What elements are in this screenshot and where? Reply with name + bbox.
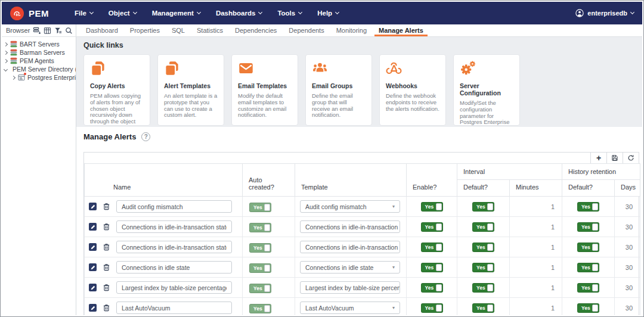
- tree-item-postgres-server[interactable]: Postgres Enterprise Man: [2, 73, 76, 82]
- alert-name-input[interactable]: [116, 261, 232, 274]
- delete-row-button[interactable]: [103, 304, 110, 312]
- tree-caret-icon[interactable]: [4, 42, 8, 46]
- pencil-icon: [91, 245, 95, 250]
- delete-row-button[interactable]: [103, 203, 110, 210]
- alert-name-input[interactable]: [116, 281, 232, 294]
- edit-row-checkbox[interactable]: [89, 243, 97, 251]
- card-email-groups[interactable]: Email Groups Define the email group that…: [305, 54, 372, 126]
- edit-row-checkbox[interactable]: [89, 263, 97, 271]
- grid-toolbar: +: [84, 153, 639, 163]
- edit-row-checkbox[interactable]: [89, 304, 97, 312]
- template-select[interactable]: Connections in idle-in-transaction state…: [300, 220, 400, 233]
- tab[interactable]: Properties: [124, 24, 166, 36]
- enable-toggle[interactable]: Yes: [421, 202, 443, 212]
- tab[interactable]: Manage Alerts: [373, 24, 429, 36]
- tree-caret-icon[interactable]: [11, 75, 16, 79]
- interval-default-toggle[interactable]: Yes: [472, 283, 494, 293]
- edit-row-checkbox[interactable]: [89, 223, 97, 231]
- help-icon[interactable]: ?: [141, 132, 150, 141]
- col-header-days: Days: [615, 180, 640, 197]
- alert-name-input[interactable]: [116, 241, 232, 253]
- tab[interactable]: Dependencies: [229, 24, 283, 36]
- template-select[interactable]: Audit config mismatch▾: [300, 200, 400, 213]
- alert-name-input[interactable]: [116, 220, 232, 233]
- card-alert-templates[interactable]: Alert Templates An alert template is a p…: [157, 54, 224, 126]
- tab[interactable]: Monitoring: [330, 24, 373, 36]
- servers-icon[interactable]: [33, 27, 41, 35]
- menu-item[interactable]: Object: [101, 2, 144, 24]
- interval-default-toggle[interactable]: Yes: [472, 263, 494, 272]
- delete-row-button[interactable]: [103, 223, 110, 231]
- interval-default-toggle[interactable]: Yes: [472, 202, 494, 212]
- section-title: Manage Alerts: [83, 132, 136, 141]
- save-button[interactable]: [606, 153, 623, 163]
- auto-created-toggle[interactable]: Yes: [249, 223, 271, 232]
- delete-row-button[interactable]: [103, 263, 110, 271]
- tree-item[interactable]: Barman Servers: [2, 48, 76, 57]
- alert-row: Yes Largest index by table-size percenta…: [85, 278, 640, 298]
- enable-toggle[interactable]: Yes: [421, 222, 443, 232]
- chevron-down-icon: [258, 10, 262, 14]
- template-select[interactable]: Largest index by table-size percentage▾: [300, 281, 400, 294]
- tab[interactable]: Dependents: [283, 24, 330, 36]
- history-default-toggle[interactable]: Yes: [577, 283, 599, 293]
- enable-toggle[interactable]: Yes: [421, 303, 443, 313]
- history-default-toggle[interactable]: Yes: [577, 222, 599, 232]
- interval-default-toggle[interactable]: Yes: [472, 222, 494, 232]
- search-icon[interactable]: [65, 27, 73, 35]
- interval-default-toggle[interactable]: Yes: [472, 243, 494, 252]
- card-email-templates[interactable]: Email Templates Modify the default email…: [231, 54, 298, 126]
- card-webhooks[interactable]: Webhooks Define the webhook endpoints to…: [379, 54, 446, 126]
- history-default-toggle[interactable]: Yes: [577, 202, 599, 212]
- tree-caret-icon[interactable]: [4, 58, 8, 63]
- user-menu[interactable]: enterprisedb: [575, 9, 634, 17]
- add-row-button[interactable]: +: [590, 153, 606, 163]
- edit-row-checkbox[interactable]: [89, 203, 97, 210]
- menu-item[interactable]: Dashboards: [208, 2, 270, 24]
- menu-item[interactable]: File: [67, 2, 101, 24]
- menu-item[interactable]: Tools: [270, 2, 309, 24]
- tree-caret-icon[interactable]: [4, 50, 8, 54]
- refresh-button[interactable]: [623, 153, 639, 163]
- edit-row-checkbox[interactable]: [89, 284, 97, 291]
- template-select[interactable]: Last AutoVacuum▾: [300, 302, 400, 314]
- history-default-toggle[interactable]: Yes: [577, 263, 599, 272]
- alert-name-input[interactable]: [116, 302, 232, 314]
- minutes-value: 1: [510, 217, 562, 237]
- template-select[interactable]: Connections in idle-in-transaction state…: [300, 241, 400, 253]
- tab[interactable]: SQL: [166, 24, 191, 36]
- menu-item[interactable]: Help: [309, 2, 346, 24]
- alert-name-input[interactable]: [116, 200, 232, 213]
- manage-alerts-section: Manage Alerts ? +: [76, 127, 642, 315]
- enable-toggle[interactable]: Yes: [421, 263, 443, 272]
- delete-row-button[interactable]: [103, 243, 110, 251]
- card-server-configuration[interactable]: Server Configuration Modify/Set the conf…: [453, 54, 520, 126]
- auto-created-toggle[interactable]: Yes: [249, 263, 271, 273]
- interval-default-toggle[interactable]: Yes: [472, 303, 494, 313]
- auto-created-toggle[interactable]: Yes: [249, 243, 271, 253]
- grid-view-icon[interactable]: [44, 27, 51, 35]
- auto-created-toggle[interactable]: Yes: [249, 203, 271, 212]
- auto-created-toggle[interactable]: Yes: [249, 284, 271, 293]
- alert-row: Yes Audit config mismatch▾ Yes Yes 1 Yes…: [85, 197, 640, 217]
- menu-item[interactable]: Management: [144, 2, 208, 24]
- auto-created-toggle[interactable]: Yes: [249, 304, 271, 313]
- tree-item[interactable]: PEM Agents: [2, 57, 76, 65]
- tab[interactable]: Statistics: [191, 24, 229, 36]
- chevron-down-icon: [630, 10, 634, 14]
- tree-item[interactable]: PEM Server Directory (1): [2, 65, 76, 73]
- tree-caret-icon[interactable]: [4, 67, 8, 71]
- tab[interactable]: Dashboard: [80, 24, 124, 36]
- enable-toggle[interactable]: Yes: [421, 243, 443, 252]
- chevron-down-icon: [335, 10, 339, 14]
- copy-icon: [164, 60, 218, 78]
- delete-row-button[interactable]: [103, 284, 110, 291]
- filter-icon[interactable]: [54, 27, 62, 35]
- card-copy-alerts[interactable]: Copy Alerts PEM allows copying of alerts…: [83, 54, 150, 126]
- col-header-template: Template: [295, 164, 407, 197]
- template-select[interactable]: Connections in idle state▾: [300, 261, 400, 274]
- tree-item[interactable]: BART Servers: [2, 40, 76, 48]
- history-default-toggle[interactable]: Yes: [577, 303, 599, 313]
- enable-toggle[interactable]: Yes: [421, 283, 443, 293]
- history-default-toggle[interactable]: Yes: [577, 243, 599, 252]
